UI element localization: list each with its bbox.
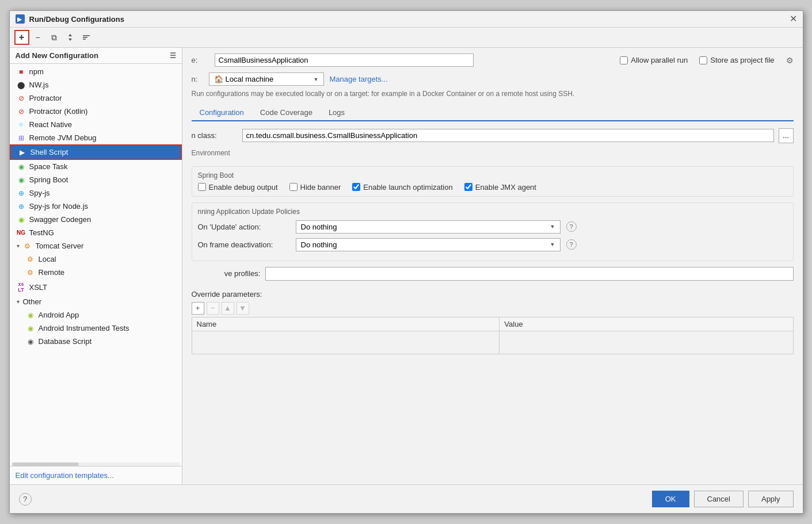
machine-select[interactable]: 🏠 Local machine <box>209 72 324 86</box>
enable-launch-optimization-input[interactable] <box>352 183 360 191</box>
enable-jmx-agent-input[interactable] <box>464 183 472 191</box>
table-empty-row <box>192 331 793 354</box>
list-item-tomcat-server[interactable]: ▾ ⚙ Tomcat Server <box>10 239 182 253</box>
list-item-space-task[interactable]: ◉ Space Task <box>10 160 182 173</box>
machine-select-value: Local machine <box>226 75 274 83</box>
list-item-xslt[interactable]: xsLT XSLT <box>10 279 182 295</box>
list-item-tomcat-remote[interactable]: ⚙ Remote <box>10 266 182 279</box>
remote-jvm-label: Remote JVM Debug <box>29 133 97 142</box>
cancel-button[interactable]: Cancel <box>694 491 744 507</box>
panel-footer: Edit configuration templates... <box>10 466 182 484</box>
list-item-remote-jvm[interactable]: ⊞ Remote JVM Debug <box>10 131 182 144</box>
config-name-label: e: <box>192 56 209 64</box>
hide-banner-input[interactable] <box>289 183 298 191</box>
ok-button[interactable]: OK <box>652 491 689 507</box>
list-item-nwjs[interactable]: ⬤ NW.js <box>10 78 182 91</box>
enable-launch-optimization-checkbox[interactable]: Enable launch optimization <box>352 183 452 192</box>
spring-boot-label: Spring Boot <box>29 175 68 184</box>
remove-configuration-button[interactable]: − <box>31 30 45 45</box>
on-frame-deactivation-help-icon[interactable]: ? <box>566 239 577 250</box>
list-item-tomcat-local[interactable]: ⚙ Local <box>10 253 182 266</box>
list-item-spring-boot[interactable]: ◉ Spring Boot <box>10 173 182 186</box>
list-item-shell-script[interactable]: ▶ Shell Script <box>10 144 182 160</box>
override-title: Override parameters: <box>192 290 794 299</box>
list-item-android-instrumented[interactable]: ◉ Android Instrumented Tests <box>10 322 182 335</box>
tomcat-local-label: Local <box>39 255 56 263</box>
table-empty-cell-value <box>500 331 793 354</box>
spy-js-icon: ⊕ <box>17 189 26 197</box>
list-item-spy-js-node[interactable]: ⊕ Spy-js for Node.js <box>10 200 182 213</box>
sort-button[interactable] <box>79 30 94 45</box>
space-task-label: Space Task <box>29 162 68 171</box>
store-as-project-file-input[interactable] <box>699 56 707 64</box>
allow-parallel-run-checkbox[interactable]: Allow parallel run <box>620 56 688 64</box>
title-bar-left: ▶ Run/Debug Configurations <box>16 14 124 24</box>
policies-section: nning Application Update Policies On 'Up… <box>192 202 794 261</box>
copy-configuration-button[interactable]: ⧉ <box>47 30 62 45</box>
database-script-icon: ◉ <box>26 338 35 346</box>
on-update-select[interactable]: Do nothing <box>296 220 561 234</box>
scrollbar-thumb[interactable] <box>12 462 79 466</box>
on-update-label: On 'Update' action: <box>198 223 290 231</box>
other-collapse-arrow[interactable]: ▾ <box>17 299 20 305</box>
dialog-title: Run/Debug Configurations <box>29 15 124 24</box>
list-item-swagger[interactable]: ◉ Swagger Codegen <box>10 213 182 226</box>
main-class-browse-button[interactable]: ... <box>779 128 794 143</box>
tab-configuration[interactable]: Configuration <box>192 105 252 121</box>
tab-code-coverage[interactable]: Code Coverage <box>252 105 321 121</box>
app-icon: ▶ <box>16 14 25 24</box>
allow-parallel-run-label: Allow parallel run <box>631 56 688 64</box>
other-label: Other <box>23 297 42 306</box>
add-configuration-button[interactable]: + <box>14 30 29 45</box>
manage-targets-link[interactable]: Manage targets... <box>330 75 388 83</box>
move-configuration-button[interactable] <box>63 30 78 45</box>
tab-configuration-label: Configuration <box>200 108 244 117</box>
tab-logs[interactable]: Logs <box>321 105 353 121</box>
tomcat-collapse-arrow[interactable]: ▾ <box>17 243 20 249</box>
filter-icon: ☰ <box>170 52 176 60</box>
list-item-protractor[interactable]: ⊘ Protractor <box>10 91 182 105</box>
apply-button[interactable]: Apply <box>748 491 794 507</box>
list-item-protractor-kotlin[interactable]: ⊘ Protractor (Kotlin) <box>10 105 182 118</box>
store-as-project-file-checkbox[interactable]: Store as project file <box>699 56 774 64</box>
list-item-testng[interactable]: NG TestNG <box>10 226 182 239</box>
on-frame-deactivation-select[interactable]: Do nothing <box>296 238 561 251</box>
on-update-help-icon[interactable]: ? <box>566 221 577 232</box>
override-remove-button[interactable]: − <box>207 302 219 315</box>
profiles-input[interactable] <box>265 267 794 281</box>
database-script-label: Database Script <box>39 337 92 346</box>
gear-icon[interactable]: ⚙ <box>786 56 794 65</box>
enable-debug-output-input[interactable] <box>198 183 206 191</box>
enable-debug-output-label: Enable debug output <box>209 183 278 192</box>
list-item-react-native[interactable]: ⚛ React Native <box>10 118 182 131</box>
allow-parallel-run-input[interactable] <box>620 56 628 64</box>
help-button[interactable]: ? <box>19 493 32 506</box>
main-content: Add New Configuration ☰ ■ npm ⬤ NW.js ⊘ … <box>10 48 803 484</box>
list-item-npm[interactable]: ■ npm <box>10 65 182 78</box>
edit-templates-link[interactable]: Edit configuration templates... <box>16 471 114 480</box>
toolbar: + − ⧉ <box>10 28 803 48</box>
override-up-button[interactable]: ▲ <box>222 302 234 315</box>
list-item-other[interactable]: ▾ Other <box>10 295 182 308</box>
enable-jmx-agent-checkbox[interactable]: Enable JMX agent <box>464 183 536 192</box>
list-item-android-app[interactable]: ◉ Android App <box>10 308 182 322</box>
android-instrumented-icon: ◉ <box>26 324 35 332</box>
list-item-database-script[interactable]: ◉ Database Script <box>10 335 182 348</box>
enable-jmx-agent-label: Enable JMX agent <box>475 183 536 192</box>
android-instrumented-label: Android Instrumented Tests <box>39 324 129 332</box>
override-down-button[interactable]: ▼ <box>237 302 249 315</box>
on-update-value: Do nothing <box>301 223 337 231</box>
hide-banner-checkbox[interactable]: Hide banner <box>289 183 341 192</box>
tomcat-local-icon: ⚙ <box>26 255 35 263</box>
enable-debug-output-checkbox[interactable]: Enable debug output <box>198 183 278 192</box>
main-class-input[interactable] <box>242 129 774 142</box>
tab-logs-label: Logs <box>329 108 345 117</box>
on-frame-deactivation-row: On frame deactivation: Do nothing ? <box>198 238 787 251</box>
config-name-input[interactable] <box>215 53 474 67</box>
list-item-spy-js[interactable]: ⊕ Spy-js <box>10 186 182 200</box>
nwjs-icon: ⬤ <box>17 81 26 89</box>
config-checkboxes: Allow parallel run Store as project file… <box>620 56 793 65</box>
close-button[interactable]: ✕ <box>790 14 797 24</box>
override-add-button[interactable]: + <box>192 302 204 315</box>
swagger-label: Swagger Codegen <box>29 215 92 224</box>
